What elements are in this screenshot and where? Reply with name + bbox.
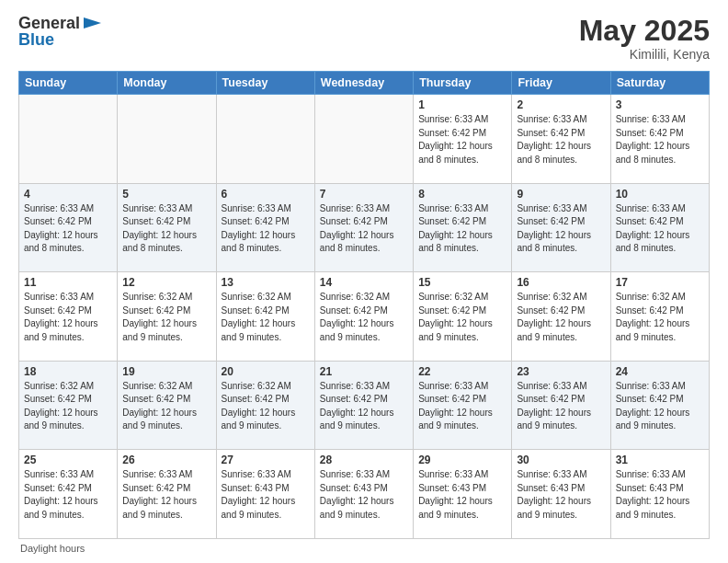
day-number: 5 [122,188,210,201]
header-wednesday: Wednesday [314,72,413,95]
day-number: 1 [418,98,506,111]
calendar-cell: 3Sunrise: 6:33 AM Sunset: 6:42 PM Daylig… [610,95,709,184]
header: General Blue May 2025 Kimilili, Kenya [18,15,710,62]
calendar-cell: 31Sunrise: 6:33 AM Sunset: 6:43 PM Dayli… [610,450,709,539]
calendar-cell: 15Sunrise: 6:32 AM Sunset: 6:42 PM Dayli… [414,272,512,362]
day-info: Sunrise: 6:33 AM Sunset: 6:42 PM Dayligh… [418,202,506,256]
calendar-cell: 12Sunrise: 6:32 AM Sunset: 6:42 PM Dayli… [118,272,216,362]
day-number: 24 [616,365,704,378]
week-row-2: 4Sunrise: 6:33 AM Sunset: 6:42 PM Daylig… [19,183,710,272]
calendar-cell: 23Sunrise: 6:33 AM Sunset: 6:42 PM Dayli… [512,361,610,450]
page: General Blue May 2025 Kimilili, Kenya Su… [0,0,728,563]
title-area: May 2025 Kimilili, Kenya [579,15,710,62]
calendar-cell [216,95,314,184]
day-info: Sunrise: 6:33 AM Sunset: 6:42 PM Dayligh… [616,380,704,433]
day-info: Sunrise: 6:32 AM Sunset: 6:42 PM Dayligh… [222,380,310,433]
day-number: 9 [517,188,605,201]
logo-blue-text: Blue [18,31,102,50]
day-info: Sunrise: 6:33 AM Sunset: 6:42 PM Dayligh… [122,468,210,522]
calendar-cell: 20Sunrise: 6:32 AM Sunset: 6:42 PM Dayli… [216,361,314,450]
calendar-cell: 27Sunrise: 6:33 AM Sunset: 6:43 PM Dayli… [216,450,314,539]
calendar-cell: 6Sunrise: 6:33 AM Sunset: 6:42 PM Daylig… [216,183,314,272]
calendar-cell: 2Sunrise: 6:33 AM Sunset: 6:42 PM Daylig… [512,95,610,184]
day-info: Sunrise: 6:33 AM Sunset: 6:42 PM Dayligh… [24,202,112,256]
day-number: 27 [222,454,310,466]
header-sunday: Sunday [19,72,118,95]
day-number: 26 [122,454,210,466]
header-friday: Friday [512,72,610,95]
daylight-label: Daylight hours [20,543,85,554]
day-info: Sunrise: 6:33 AM Sunset: 6:42 PM Dayligh… [517,113,605,167]
day-info: Sunrise: 6:32 AM Sunset: 6:42 PM Dayligh… [517,291,605,344]
day-info: Sunrise: 6:33 AM Sunset: 6:43 PM Dayligh… [320,468,408,522]
day-number: 23 [517,365,605,378]
calendar-cell: 4Sunrise: 6:33 AM Sunset: 6:42 PM Daylig… [19,183,118,272]
day-number: 22 [418,365,506,378]
day-number: 4 [24,188,112,201]
day-number: 14 [320,276,408,289]
day-info: Sunrise: 6:33 AM Sunset: 6:42 PM Dayligh… [418,113,506,167]
day-info: Sunrise: 6:32 AM Sunset: 6:42 PM Dayligh… [24,380,112,433]
calendar-cell: 14Sunrise: 6:32 AM Sunset: 6:42 PM Dayli… [314,272,413,362]
calendar-cell: 17Sunrise: 6:32 AM Sunset: 6:42 PM Dayli… [610,272,709,362]
calendar-cell: 18Sunrise: 6:32 AM Sunset: 6:42 PM Dayli… [19,361,118,450]
calendar-cell: 16Sunrise: 6:32 AM Sunset: 6:42 PM Dayli… [512,272,610,362]
day-info: Sunrise: 6:32 AM Sunset: 6:42 PM Dayligh… [616,291,704,344]
calendar-cell: 26Sunrise: 6:33 AM Sunset: 6:42 PM Dayli… [118,450,216,539]
day-number: 16 [517,276,605,289]
calendar-cell: 8Sunrise: 6:33 AM Sunset: 6:42 PM Daylig… [414,183,512,272]
day-info: Sunrise: 6:32 AM Sunset: 6:42 PM Dayligh… [418,291,506,344]
calendar-cell: 21Sunrise: 6:33 AM Sunset: 6:42 PM Dayli… [314,361,413,450]
day-info: Sunrise: 6:33 AM Sunset: 6:42 PM Dayligh… [24,291,112,344]
calendar-cell: 7Sunrise: 6:33 AM Sunset: 6:42 PM Daylig… [314,183,413,272]
day-info: Sunrise: 6:32 AM Sunset: 6:42 PM Dayligh… [222,291,310,344]
calendar-cell: 19Sunrise: 6:32 AM Sunset: 6:42 PM Dayli… [118,361,216,450]
day-info: Sunrise: 6:33 AM Sunset: 6:43 PM Dayligh… [517,468,605,522]
calendar-cell: 28Sunrise: 6:33 AM Sunset: 6:43 PM Dayli… [314,450,413,539]
day-info: Sunrise: 6:33 AM Sunset: 6:42 PM Dayligh… [616,113,704,167]
day-number: 3 [616,98,704,111]
location: Kimilili, Kenya [579,47,710,62]
day-number: 17 [616,276,704,289]
calendar-cell: 1Sunrise: 6:33 AM Sunset: 6:42 PM Daylig… [414,95,512,184]
day-number: 25 [24,454,112,466]
month-title: May 2025 [579,15,710,47]
day-number: 13 [222,276,310,289]
calendar-cell: 11Sunrise: 6:33 AM Sunset: 6:42 PM Dayli… [19,272,118,362]
day-info: Sunrise: 6:33 AM Sunset: 6:43 PM Dayligh… [616,468,704,522]
day-info: Sunrise: 6:33 AM Sunset: 6:42 PM Dayligh… [24,468,112,522]
day-number: 11 [24,276,112,289]
day-number: 18 [24,365,112,378]
day-number: 15 [418,276,506,289]
header-saturday: Saturday [610,72,709,95]
logo-flag-icon [82,17,102,31]
day-info: Sunrise: 6:33 AM Sunset: 6:42 PM Dayligh… [418,380,506,433]
day-number: 2 [517,98,605,111]
calendar-cell: 10Sunrise: 6:33 AM Sunset: 6:42 PM Dayli… [610,183,709,272]
header-thursday: Thursday [414,72,512,95]
week-row-4: 18Sunrise: 6:32 AM Sunset: 6:42 PM Dayli… [19,361,710,450]
day-number: 7 [320,188,408,201]
calendar-table: SundayMondayTuesdayWednesdayThursdayFrid… [18,71,710,539]
day-number: 30 [517,454,605,466]
day-info: Sunrise: 6:32 AM Sunset: 6:42 PM Dayligh… [122,291,210,344]
week-row-5: 25Sunrise: 6:33 AM Sunset: 6:42 PM Dayli… [19,450,710,539]
header-monday: Monday [118,72,216,95]
day-number: 31 [616,454,704,466]
day-number: 8 [418,188,506,201]
calendar-cell [19,95,118,184]
day-number: 29 [418,454,506,466]
day-info: Sunrise: 6:32 AM Sunset: 6:42 PM Dayligh… [320,291,408,344]
calendar-cell [314,95,413,184]
calendar-cell: 9Sunrise: 6:33 AM Sunset: 6:42 PM Daylig… [512,183,610,272]
day-number: 20 [222,365,310,378]
day-number: 21 [320,365,408,378]
calendar-cell: 22Sunrise: 6:33 AM Sunset: 6:42 PM Dayli… [414,361,512,450]
calendar-cell: 5Sunrise: 6:33 AM Sunset: 6:42 PM Daylig… [118,183,216,272]
day-info: Sunrise: 6:33 AM Sunset: 6:43 PM Dayligh… [418,468,506,522]
day-info: Sunrise: 6:33 AM Sunset: 6:42 PM Dayligh… [122,202,210,256]
day-info: Sunrise: 6:33 AM Sunset: 6:42 PM Dayligh… [320,380,408,433]
day-info: Sunrise: 6:33 AM Sunset: 6:43 PM Dayligh… [222,468,310,522]
day-info: Sunrise: 6:33 AM Sunset: 6:42 PM Dayligh… [517,202,605,256]
day-number: 12 [122,276,210,289]
